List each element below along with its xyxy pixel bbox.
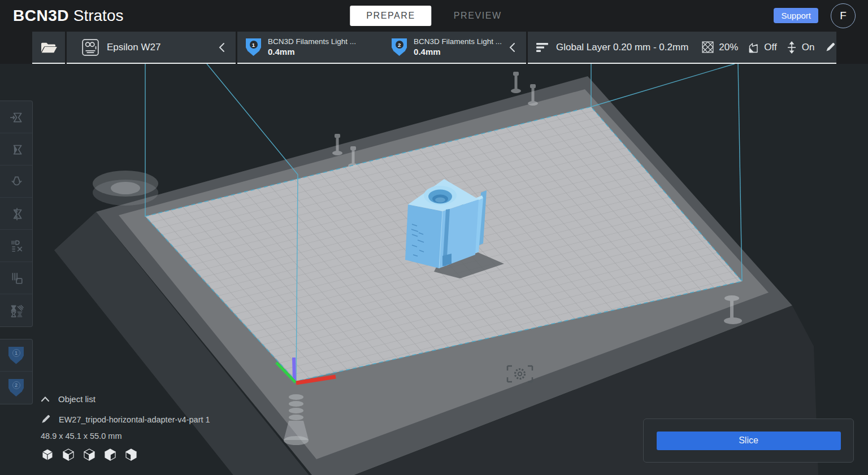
extruder1-number: 1 <box>250 41 258 49</box>
layer-height-icon <box>535 41 550 54</box>
rotate-tool-icon <box>9 174 24 189</box>
sidebar-extruder-1-button[interactable]: 1 <box>0 339 32 372</box>
object-list-header[interactable]: Object list <box>41 394 210 404</box>
per-model-settings-icon <box>9 271 24 285</box>
slice-button[interactable]: Slice <box>657 432 841 450</box>
open-file-button[interactable] <box>32 32 65 64</box>
support-button[interactable]: Support <box>774 8 818 23</box>
per-model-settings-button[interactable] <box>0 262 32 294</box>
adhesion-setting: On <box>786 41 815 54</box>
extruder2-material: BCN3D Filaments Light ... <box>414 37 502 47</box>
extruder1-shield-icon: 1 <box>246 38 261 56</box>
idex-modes-button[interactable] <box>0 230 32 262</box>
app-logo: BCN3D Stratos <box>13 0 123 32</box>
mirror-tool-icon <box>9 206 24 221</box>
tools-sidebar <box>0 101 33 327</box>
collapse-extruders-chevron-icon[interactable] <box>509 42 516 53</box>
idex-modes-icon <box>9 238 24 253</box>
printer-name: Epsilon W27 <box>107 42 160 53</box>
move-tool-button[interactable] <box>0 101 32 133</box>
object-list-panel: Object list EW27_tripod-horizontal-adapt… <box>41 394 210 461</box>
extruder2-nozzle: 0.4mm <box>414 47 502 58</box>
view-left-icon[interactable] <box>103 448 117 461</box>
view-3d-icon[interactable] <box>41 448 54 461</box>
view-orientation-buttons <box>41 448 210 461</box>
scale-tool-button[interactable] <box>0 133 32 165</box>
avatar-initial: F <box>840 10 847 22</box>
infill-setting: 20% <box>701 41 738 54</box>
adhesion-icon <box>786 41 797 54</box>
edit-settings-pencil-icon[interactable] <box>825 42 835 53</box>
object-dimensions: 48.9 x 45.1 x 55.0 mm <box>41 432 210 441</box>
brand-bold: BCN3D <box>13 7 69 24</box>
config-toolbar: Epsilon W27 1 BCN3D Filaments Light ... … <box>0 32 868 64</box>
infill-value: 20% <box>719 42 738 53</box>
support-setting: Off <box>747 41 776 54</box>
tab-preview[interactable]: PREVIEW <box>437 6 518 26</box>
printer-icon <box>81 38 100 57</box>
view-right-icon[interactable] <box>124 448 138 461</box>
extruder-1-shield-icon: 1 <box>8 347 24 364</box>
avatar[interactable]: F <box>831 3 856 28</box>
extruder2-info: BCN3D Filaments Light ... 0.4mm <box>414 37 502 58</box>
extruder-select-sidebar: 1 2 <box>0 339 33 404</box>
sidebar-extruder-2-button[interactable]: 2 <box>0 372 32 404</box>
printer-selector[interactable]: Epsilon W27 <box>67 32 236 64</box>
tab-prepare[interactable]: PREPARE <box>350 6 431 26</box>
rotate-tool-button[interactable] <box>0 165 32 198</box>
support-icon <box>747 41 760 54</box>
collapse-printer-chevron-icon[interactable] <box>219 42 225 53</box>
support-blocker-button[interactable] <box>0 294 32 326</box>
extruder-1-number: 1 <box>12 349 20 357</box>
support-blocker-icon <box>9 303 24 318</box>
move-tool-icon <box>9 110 24 124</box>
extruder-2-shield-icon: 2 <box>8 379 24 396</box>
rename-pencil-icon[interactable] <box>41 415 50 424</box>
view-top-icon[interactable] <box>83 448 96 461</box>
object-list-title: Object list <box>58 394 96 404</box>
extruder2-shield-icon: 2 <box>392 38 407 56</box>
view-front-icon[interactable] <box>62 448 75 461</box>
extruder1-info: BCN3D Filaments Light ... 0.4mm <box>268 37 356 58</box>
extruder2-number: 2 <box>396 41 403 49</box>
brand-light-text: Stratos <box>73 7 124 24</box>
slice-panel: Slice <box>643 419 854 463</box>
object-name: EW27_tripod-horizontal-adapter-v4-part 1 <box>59 415 210 424</box>
print-settings-summary[interactable]: Global Layer 0.20 mm - 0.2mm 20% Off On <box>528 32 836 64</box>
extruders-selector[interactable]: 1 BCN3D Filaments Light ... 0.4mm 2 BCN3… <box>237 32 526 64</box>
adhesion-value: On <box>802 42 815 53</box>
infill-icon <box>701 41 714 54</box>
extruder1-nozzle: 0.4mm <box>268 47 356 58</box>
extruder-2-number: 2 <box>12 381 20 389</box>
stage-tabs: PREPARE PREVIEW <box>350 6 518 26</box>
support-value: Off <box>764 42 776 53</box>
layer-setting-label: Global Layer 0.20 mm - 0.2mm <box>556 42 688 53</box>
mirror-tool-button[interactable] <box>0 198 32 230</box>
extruder1-material: BCN3D Filaments Light ... <box>268 37 356 47</box>
top-bar: BCN3D Stratos PREPARE PREVIEW Support F <box>0 0 868 32</box>
collapse-chevron-up-icon <box>41 396 50 402</box>
object-row[interactable]: EW27_tripod-horizontal-adapter-v4-part 1 <box>41 415 210 424</box>
scale-tool-icon <box>9 142 24 156</box>
bed-left-knob <box>93 171 158 206</box>
open-folder-icon <box>40 40 58 55</box>
